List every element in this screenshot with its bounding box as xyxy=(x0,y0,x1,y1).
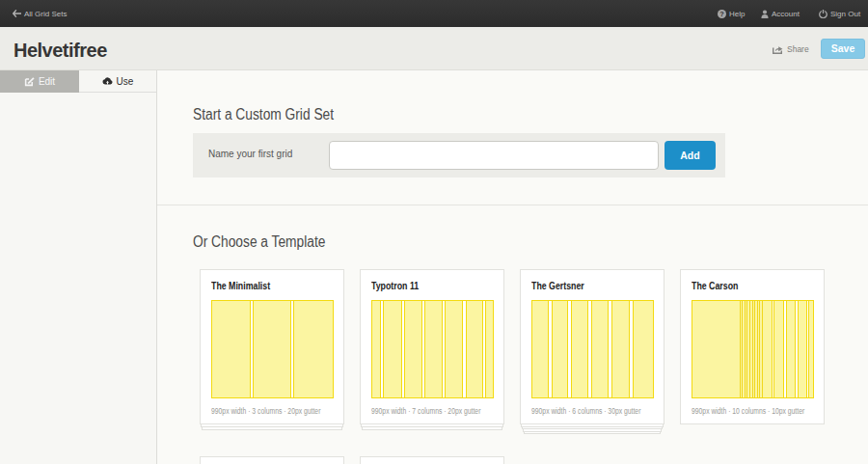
svg-text:?: ? xyxy=(719,10,724,18)
